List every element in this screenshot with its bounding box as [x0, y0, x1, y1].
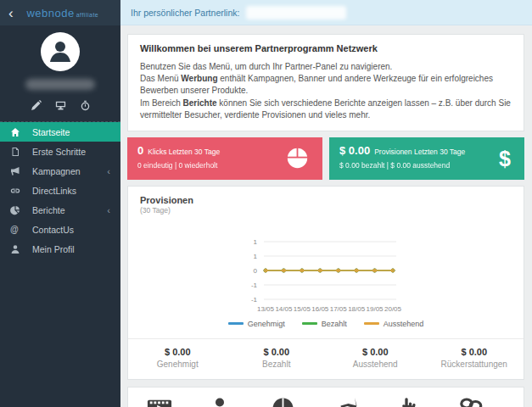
- stat-cards-row: 0 Klicks Letzten 30 Tage 0 eindeutig | 0…: [127, 137, 524, 180]
- summary-label: Ausstehend: [326, 360, 425, 369]
- film-icon: [140, 397, 203, 407]
- welcome-card: Willkommen bei unserem Partnerprogramm N…: [127, 34, 524, 131]
- commissions-sub: $ 0.00 bezahlt | $ 0.00 ausstehend: [339, 161, 514, 170]
- legend-item[interactable]: Ausstehend: [364, 320, 424, 328]
- chart-header: Provisionen (30 Tage): [128, 195, 524, 215]
- welcome-title: Willkommen bei unserem Partnerprogramm N…: [140, 43, 512, 53]
- sidebar-item-mein-profil[interactable]: Mein Profil: [0, 239, 120, 259]
- sidebar-item-label: Mein Profil: [32, 244, 75, 254]
- shortcuts-card: Affiliate panel tutorial video Mein Prof…: [127, 387, 524, 407]
- partner-link-label: Ihr persönlicher Partnerlink:: [131, 8, 239, 18]
- sidebar-item-startseite[interactable]: Startseite: [0, 122, 120, 142]
- partner-link-bar: Ihr persönlicher Partnerlink:: [120, 0, 532, 25]
- summary-rueckerstattungen: $ 0.00 Rückerstattungen: [425, 339, 524, 379]
- main-content: Willkommen bei unserem Partnerprogramm N…: [120, 25, 532, 407]
- legend-item[interactable]: Genehmigt: [228, 320, 285, 328]
- avatar[interactable]: [41, 32, 80, 71]
- file-icon: [10, 147, 20, 157]
- logo-text: webnode: [26, 7, 74, 20]
- sidebar-item-directlinks[interactable]: DirectLinks: [0, 181, 120, 200]
- svg-text:13/05: 13/05: [257, 305, 275, 313]
- shortcut-mein-profil[interactable]: Mein Profil: [203, 397, 266, 407]
- logo[interactable]: webnodeaffiliate: [14, 7, 112, 20]
- clicks-value: 0: [137, 144, 143, 157]
- megaphone-icon: [328, 397, 390, 407]
- shortcut-berichte[interactable]: Berichte: [265, 397, 328, 407]
- hand-pointer-icon: [390, 397, 453, 407]
- svg-text:-1: -1: [251, 281, 258, 288]
- legend-label: Bezahlt: [322, 320, 347, 328]
- sidebar-item-contactus[interactable]: @ ContactUs: [0, 220, 120, 239]
- summary-value: $ 0.00: [326, 347, 425, 357]
- shortcut-kampagnen[interactable]: Kampagnen: [328, 397, 390, 407]
- svg-text:14/05: 14/05: [275, 305, 293, 313]
- svg-text:1: 1: [254, 237, 258, 245]
- megaphone-icon: [10, 166, 20, 176]
- sidebar-item-label: Erste Schritte: [32, 147, 86, 157]
- summary-ausstehend: $ 0.00 Ausstehend: [326, 339, 425, 379]
- svg-text:0: 0: [254, 266, 258, 274]
- legend-swatch: [302, 322, 317, 325]
- summary-label: Bezahlt: [227, 360, 327, 369]
- affiliate-dashboard: ‹ webnodeaffiliate Ihr persönlicher Part…: [0, 0, 532, 407]
- commissions-value: $ 0.00: [339, 144, 370, 157]
- shortcuts-row: Affiliate panel tutorial video Mein Prof…: [140, 397, 515, 407]
- sidebar-item-berichte[interactable]: Berichte ‹: [0, 200, 120, 220]
- chart-subtitle: (30 Tage): [140, 206, 512, 215]
- summary-value: $ 0.00: [227, 347, 327, 357]
- sidebar-item-erste-schritte[interactable]: Erste Schritte: [0, 142, 120, 161]
- summary-bezahlt: $ 0.00 Bezahlt: [227, 339, 327, 379]
- summary-row: $ 0.00 Genehmigt $ 0.00 Bezahlt $ 0.00 A…: [128, 338, 524, 379]
- legend-item[interactable]: Bezahlt: [302, 320, 347, 328]
- clicks-label: Klicks Letzten 30 Tage: [148, 148, 220, 156]
- commissions-label: Provisionen Letzten 30 Tage: [374, 148, 465, 156]
- legend-swatch: [228, 322, 244, 325]
- chart-title: Provisionen: [140, 195, 512, 205]
- username-redacted: [25, 79, 95, 90]
- sidebar-item-label: ContactUs: [32, 225, 74, 235]
- welcome-line-3: Im Bereich Berichte können Sie sich vers…: [140, 98, 512, 121]
- avatar-person-icon: [42, 33, 79, 70]
- svg-text:17/05: 17/05: [330, 305, 348, 313]
- monitor-icon[interactable]: [55, 100, 66, 111]
- legend-swatch: [364, 322, 379, 325]
- topbar-brand: ‹ webnodeaffiliate: [0, 0, 120, 25]
- svg-text:19/05: 19/05: [367, 305, 384, 313]
- commissions-card[interactable]: $ 0.00 Provisionen Letzten 30 Tage $ 0.0…: [329, 137, 524, 180]
- person-icon: [10, 244, 20, 254]
- svg-text:16/05: 16/05: [311, 305, 329, 313]
- logo-suffix: affiliate: [76, 12, 99, 18]
- sidebar-item-label: Kampagnen: [32, 166, 81, 176]
- svg-text:18/05: 18/05: [348, 305, 366, 313]
- summary-label: Genehmigt: [128, 360, 227, 369]
- mouse-icon: [286, 147, 309, 173]
- clicks-card[interactable]: 0 Klicks Letzten 30 Tage 0 eindeutig | 0…: [127, 137, 322, 180]
- chain-links-icon: [452, 397, 515, 407]
- sidebar: Startseite Erste Schritte Kampagnen ‹ D: [0, 25, 120, 407]
- provisions-chart-card: Provisionen (30 Tage) 110-1-113/0514/051…: [127, 186, 524, 380]
- stopwatch-icon[interactable]: [80, 100, 91, 111]
- summary-label: Rückerstattungen: [425, 360, 524, 369]
- partner-link-value-redacted[interactable]: [246, 6, 346, 20]
- at-icon: @: [10, 225, 20, 235]
- summary-value: $ 0.00: [128, 347, 227, 357]
- legend-label: Ausstehend: [384, 320, 424, 328]
- sidebar-item-label: Berichte: [32, 205, 65, 215]
- shortcut-directlinks[interactable]: DirectLinks: [452, 397, 515, 407]
- sidebar-menu: Startseite Erste Schritte Kampagnen ‹ D: [0, 122, 120, 259]
- shortcut-tutorial-video[interactable]: Affiliate panel tutorial video: [140, 397, 203, 407]
- shortcut-banner-links[interactable]: Banner & Links: [390, 397, 453, 407]
- legend-label: Genehmigt: [248, 320, 285, 328]
- svg-text:-1: -1: [251, 295, 258, 303]
- home-icon: [10, 127, 20, 137]
- svg-text:20/05: 20/05: [384, 305, 402, 313]
- sidebar-item-kampagnen[interactable]: Kampagnen ‹: [0, 161, 120, 181]
- sidebar-item-label: DirectLinks: [32, 186, 76, 196]
- link-icon: [10, 186, 20, 196]
- person-icon: [203, 397, 266, 407]
- chevron-left-icon: ‹: [107, 166, 110, 176]
- pie-chart-icon: [10, 205, 20, 215]
- sidebar-item-label: Startseite: [32, 127, 70, 137]
- edit-pencil-icon[interactable]: [31, 100, 42, 111]
- welcome-line-2: Das Menü Werbung enthält Kampagnen, Bann…: [140, 73, 512, 97]
